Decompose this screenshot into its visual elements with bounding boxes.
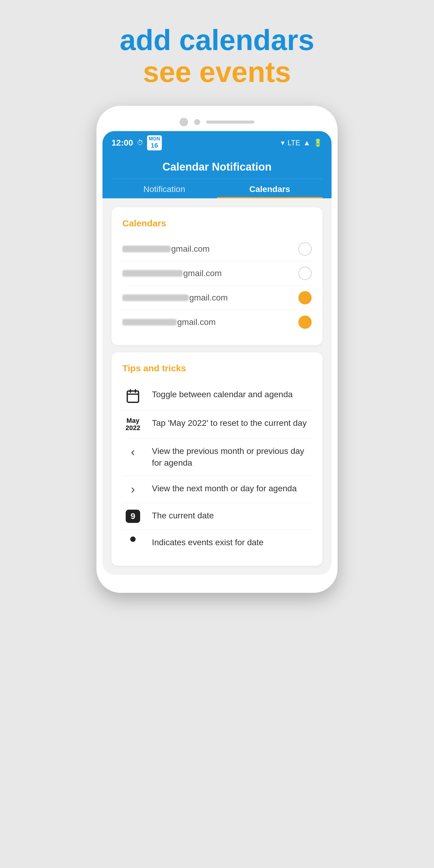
radio-btn-2[interactable]: [299, 267, 312, 280]
tip-row-prev: ‹ View the previous month or previous da…: [122, 438, 312, 475]
tab-calendars[interactable]: Calendars: [217, 179, 322, 198]
status-bar: 12:00 ⏱ MON 16 ▾ LTE ▲ 🔋: [102, 131, 332, 155]
tip-row-dot: Indicates events exist for date: [122, 530, 312, 555]
svg-rect-0: [127, 391, 138, 402]
calendar-item-3[interactable]: gmail.com: [122, 286, 312, 310]
chevron-right-icon: ›: [131, 483, 135, 496]
date-badge: May 2022: [126, 417, 141, 432]
wifi-icon: ▾: [281, 138, 284, 147]
battery-icon: 🔋: [313, 138, 322, 147]
date-badge-month: May: [126, 417, 141, 424]
calendars-section-title: Calendars: [122, 218, 312, 228]
lte-label: LTE: [287, 138, 300, 147]
calendars-card: Calendars gmail.com gmail.com: [112, 207, 322, 345]
status-right: ▾ LTE ▲ 🔋: [281, 138, 322, 147]
email-suffix-4: gmail.com: [177, 317, 216, 327]
tip-text-next: View the next month or day for agenda: [152, 483, 312, 494]
calendar-icon: [125, 389, 141, 404]
phone-speaker: [206, 121, 254, 124]
tip-text-calendar: Toggle between calendar and agenda: [152, 389, 312, 400]
tab-notification[interactable]: Notification: [112, 179, 217, 198]
status-date-badge: MON 16: [147, 135, 162, 150]
date-badge-year: 2022: [126, 424, 141, 432]
calendar-email-1: gmail.com: [122, 244, 210, 254]
chevron-left-icon: ‹: [131, 445, 135, 459]
calendar-item-2[interactable]: gmail.com: [122, 261, 312, 286]
phone-dots: [194, 119, 200, 125]
email-suffix-1: gmail.com: [171, 244, 210, 254]
email-suffix-2: gmail.com: [183, 269, 222, 278]
phone-camera: [180, 118, 188, 126]
tip-row-next: › View the next month or day for agenda: [122, 476, 312, 503]
calendar-email-3: gmail.com: [122, 293, 228, 303]
tip-icon-calendar: [122, 389, 144, 404]
tip-icon-chevron-right: ›: [122, 483, 144, 496]
app-header: Calendar Notification Notification Calen…: [102, 155, 332, 198]
date-num: 16: [149, 142, 160, 150]
email-blur-3: [122, 294, 189, 301]
tip-row-number: 9 The current date: [122, 503, 312, 530]
status-left: 12:00 ⏱ MON 16: [112, 135, 162, 150]
phone-mockup: 12:00 ⏱ MON 16 ▾ LTE ▲ 🔋 Calendar Notifi…: [96, 106, 338, 593]
tip-row-date: May 2022 Tap 'May 2022' to reset to the …: [122, 410, 312, 438]
email-blur-2: [122, 270, 183, 277]
tip-text-date: Tap 'May 2022' to reset to the current d…: [152, 417, 312, 429]
tip-text-prev: View the previous month or previous day …: [152, 445, 312, 469]
email-blur-1: [122, 246, 170, 252]
tip-text-number: The current date: [152, 510, 312, 521]
radio-btn-4[interactable]: [299, 315, 312, 329]
signal-icon: ▲: [303, 138, 310, 147]
title-add-calendars: add calendars: [120, 24, 314, 56]
tip-text-dot: Indicates events exist for date: [152, 536, 312, 548]
phone-top-bar: [102, 118, 332, 126]
tip-icon-chevron-left: ‹: [122, 445, 144, 459]
radio-btn-3[interactable]: [299, 291, 312, 304]
tip-icon-dot: [122, 536, 144, 542]
calendar-email-4: gmail.com: [122, 317, 216, 327]
dot-icon: [130, 536, 135, 542]
email-blur-4: [122, 319, 177, 326]
page-title: add calendars see events: [120, 24, 314, 88]
calendar-email-2: gmail.com: [122, 269, 222, 278]
tip-icon-number: 9: [122, 510, 144, 523]
tip-icon-date: May 2022: [122, 417, 144, 432]
content-area: Calendars gmail.com gmail.com: [102, 198, 332, 575]
calendar-item[interactable]: gmail.com: [122, 237, 312, 261]
app-title: Calendar Notification: [112, 161, 322, 179]
tips-section-title: Tips and tricks: [122, 363, 312, 373]
tab-bar: Notification Calendars: [112, 179, 322, 198]
radio-btn-1[interactable]: [299, 242, 312, 255]
alarm-icon: ⏱: [137, 139, 144, 147]
status-time: 12:00: [112, 138, 133, 148]
phone-screen: 12:00 ⏱ MON 16 ▾ LTE ▲ 🔋 Calendar Notifi…: [102, 131, 332, 575]
date-day: MON: [149, 136, 160, 142]
tip-row-calendar: Toggle between calendar and agenda: [122, 382, 312, 410]
tips-card: Tips and tricks Toggle between calendar …: [112, 352, 322, 566]
number-badge: 9: [126, 510, 140, 523]
email-suffix-3: gmail.com: [189, 293, 228, 303]
calendar-item-4[interactable]: gmail.com: [122, 310, 312, 334]
title-see-events: see events: [120, 56, 314, 88]
